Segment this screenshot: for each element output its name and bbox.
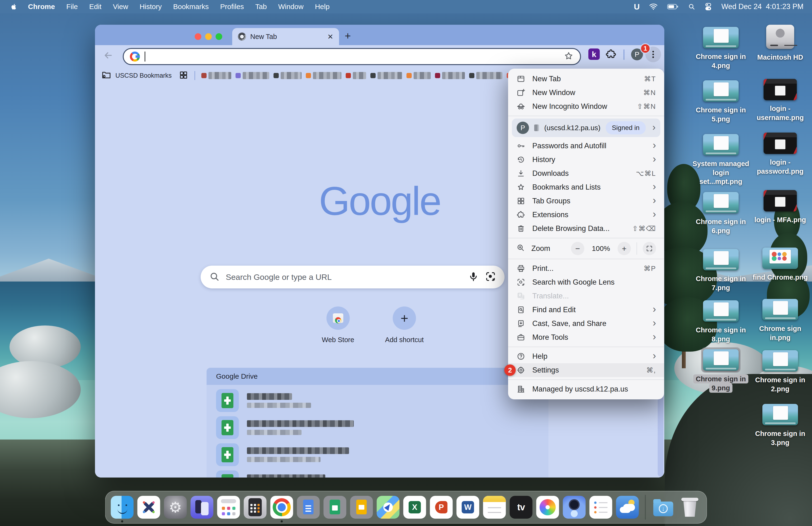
bookmark-item[interactable] <box>201 72 231 79</box>
menubar-item-profiles[interactable]: Profiles <box>215 0 249 13</box>
menu-bar-clock[interactable]: Wed Dec 24 4:01:23 PM <box>721 2 803 11</box>
menubar-item-window[interactable]: Window <box>273 0 309 13</box>
menubar-item-history[interactable]: History <box>134 0 167 13</box>
apple-maps-icon[interactable] <box>377 496 400 518</box>
photos-icon[interactable] <box>536 496 559 518</box>
desktop-file-chrome-sign-in-3.png[interactable]: Chrome sign in3.png <box>749 402 811 447</box>
close-window-button[interactable] <box>195 33 201 40</box>
menubar-item-edit[interactable]: Edit <box>84 0 107 13</box>
menubar-item-file[interactable]: File <box>61 0 83 13</box>
bookmark-item[interactable] <box>371 72 402 79</box>
menu-item-passwords-and-autofill[interactable]: Passwords and Autofill› <box>508 139 664 153</box>
drive-file-row[interactable] <box>206 443 549 466</box>
shortcut-add[interactable]: + Add shortcut <box>385 307 424 344</box>
wifi-icon[interactable] <box>649 3 658 10</box>
system-settings-icon[interactable]: ⚙ <box>164 496 187 518</box>
tab-close-icon[interactable]: ✕ <box>328 32 333 41</box>
remote-management-icon[interactable] <box>191 496 214 518</box>
menu-item-new-window[interactable]: New Window⌘N <box>508 86 664 100</box>
menu-item-managed-by-uscsd-k12-pa-us[interactable]: Managed by uscsd.k12.pa.us <box>508 382 664 396</box>
shortcut-web-store[interactable]: Web Store <box>322 307 354 344</box>
menu-item-bookmarks-and-lists[interactable]: Bookmarks and Lists› <box>508 180 664 194</box>
menu-item-more-tools[interactable]: More Tools› <box>508 330 664 344</box>
menu-item-help[interactable]: Help› <box>508 350 664 363</box>
bookmark-item[interactable] <box>346 72 366 79</box>
desktop-file-chrome-sign-in-4.png[interactable]: Chrome sign in4.png <box>690 25 752 70</box>
zoom-window-button[interactable] <box>216 33 222 40</box>
u-app-icon[interactable]: U <box>634 2 640 11</box>
desktop-file-macintosh-hd[interactable]: Macintosh HD <box>749 23 811 62</box>
finder-icon[interactable] <box>111 496 134 518</box>
drive-file-row[interactable] <box>206 416 549 439</box>
menu-item-downloads[interactable]: Downloads⌥⌘L <box>508 167 664 180</box>
bookmark-item[interactable] <box>306 72 342 79</box>
ntp-search-box[interactable]: Search Google or type a URL <box>201 266 505 288</box>
desktop-file-chrome-sign-in.png[interactable]: Chrome signin.png <box>749 297 811 342</box>
apps-grid-icon[interactable] <box>179 70 188 81</box>
menubar-item-bookmarks[interactable]: Bookmarks <box>168 0 214 13</box>
google-docs-icon[interactable] <box>297 496 320 518</box>
tab-new-tab[interactable]: New Tab ✕ <box>232 28 339 45</box>
bookmark-star-icon[interactable] <box>563 51 574 62</box>
spotlight-search-icon[interactable] <box>688 3 695 10</box>
ms-excel-icon[interactable]: X <box>403 496 426 518</box>
menubar-item-tab[interactable]: Tab <box>250 0 272 13</box>
menu-item-history[interactable]: History› <box>508 153 664 167</box>
menu-item-extensions[interactable]: Extensions› <box>508 208 664 222</box>
control-center-icon[interactable] <box>705 3 712 11</box>
app-launcher-icon[interactable] <box>217 496 240 518</box>
address-bar[interactable] <box>123 48 581 65</box>
bookmark-item[interactable] <box>235 72 269 79</box>
drive-file-row[interactable] <box>206 470 549 478</box>
menu-item-new-tab[interactable]: New Tab⌘T <box>508 72 664 86</box>
menu-item-new-incognito-window[interactable]: New Incognito Window⇧⌘N <box>508 100 664 113</box>
battery-icon[interactable] <box>667 3 679 10</box>
drive-file-row[interactable] <box>206 389 549 412</box>
bookmark-item[interactable] <box>435 72 465 79</box>
weather-icon[interactable] <box>616 496 639 518</box>
desktop-file-login-password.png[interactable]: login -password.png <box>749 131 811 176</box>
google-sheets-icon[interactable] <box>324 496 346 518</box>
back-button[interactable] <box>101 48 115 62</box>
minimize-window-button[interactable] <box>205 33 212 40</box>
desktop-file-find-chrome.png[interactable]: find Chrome.png <box>749 246 811 282</box>
google-slides-icon[interactable] <box>350 496 373 518</box>
desktop-file-chrome-sign-in-9.png[interactable]: Chrome sign in9.png <box>690 347 752 393</box>
bookmark-item[interactable] <box>469 72 503 79</box>
downloads-folder-icon[interactable]: ↓ <box>652 496 675 518</box>
menubar-item-help[interactable]: Help <box>309 0 335 13</box>
google-lens-icon[interactable] <box>485 271 496 283</box>
calculator-icon[interactable] <box>244 496 267 518</box>
extensions-puzzle-icon[interactable] <box>606 48 617 61</box>
self-service-icon[interactable] <box>137 496 160 518</box>
menu-item-print[interactable]: Print...⌘P <box>508 261 664 275</box>
managed-bookmarks-folder-icon[interactable] <box>101 70 112 81</box>
bookmarks-folder-label[interactable]: USCSD Bookmarks <box>115 72 172 79</box>
desktop-file-chrome-sign-in-7.png[interactable]: Chrome sign in7.png <box>690 247 752 293</box>
apple-menu-icon[interactable] <box>9 3 19 11</box>
menu-item-tab-groups[interactable]: Tab Groups› <box>508 194 664 208</box>
desktop-file-chrome-sign-in-8.png[interactable]: Chrome sign in8.png <box>690 298 752 344</box>
desktop-file-chrome-sign-in-6.png[interactable]: Chrome sign in6.png <box>690 190 752 236</box>
zoom-out-button[interactable]: − <box>571 242 584 255</box>
bookmark-item[interactable] <box>274 72 302 79</box>
trash-icon[interactable] <box>679 496 701 518</box>
reminders-icon[interactable] <box>590 496 612 518</box>
desktop-file-chrome-sign-in-5.png[interactable]: Chrome sign in5.png <box>690 79 752 124</box>
menu-item-find-and-edit[interactable]: Find and Edit› <box>508 303 664 317</box>
menu-profile-row[interactable]: P(uscsd.k12.pa.us)Signed in› <box>512 118 660 137</box>
photo-booth-icon[interactable] <box>563 496 586 518</box>
zoom-in-button[interactable]: + <box>618 242 631 255</box>
desktop-file-login-username.png[interactable]: login -username.png <box>749 77 811 122</box>
menu-item-cast-save-and-share[interactable]: Cast, Save, and Share› <box>508 317 664 330</box>
kami-extension-icon[interactable]: k <box>588 48 600 60</box>
desktop-file-chrome-sign-in-2.png[interactable]: Chrome sign in2.png <box>749 348 811 394</box>
ms-powerpoint-icon[interactable]: P <box>430 496 453 518</box>
desktop-file-login-mfa.png[interactable]: login - MFA.png <box>749 188 811 224</box>
desktop-file-system-managed-login-set...mpt.png[interactable]: System managedlogin set...mpt.png <box>690 132 752 186</box>
ms-word-icon[interactable]: W <box>456 496 479 518</box>
apple-tv-icon[interactable]: tv <box>510 496 533 518</box>
menu-item-settings[interactable]: Settings⌘,2 <box>508 363 664 377</box>
bookmark-item[interactable] <box>406 72 431 79</box>
new-tab-button[interactable]: + <box>345 30 351 42</box>
